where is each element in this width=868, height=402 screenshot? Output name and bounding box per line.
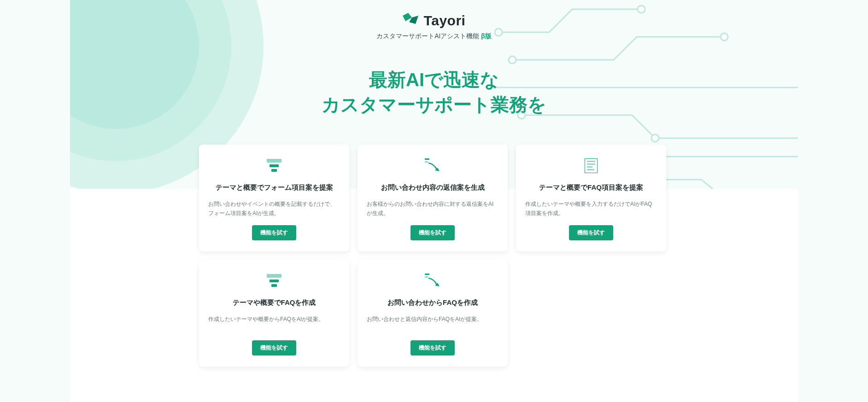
card-desc: お問い合わせと返信内容からFAQをAIが提案。	[367, 315, 499, 334]
try-feature-button[interactable]: 機能を試す	[252, 340, 296, 355]
card-title: テーマと概要でフォーム項目案を提案	[216, 183, 333, 192]
svg-rect-13	[267, 159, 282, 163]
feature-cards: テーマと概要でフォーム項目案を提案 お問い合わせやイベントの概要を記載するだけで…	[199, 145, 669, 367]
brand-logo-icon	[403, 13, 419, 29]
svg-rect-19	[585, 158, 598, 173]
page-headline: 最新AIで迅速な カスタマーサポート業務を	[70, 67, 798, 117]
svg-rect-17	[425, 161, 428, 163]
feature-card-faq-from-inquiry: お問い合わせからFAQを作成 お問い合わせと返信内容からFAQをAIが提案。 機…	[358, 260, 508, 367]
svg-rect-21	[587, 163, 595, 165]
svg-rect-25	[270, 280, 279, 282]
reply-arrow-icon	[425, 272, 440, 290]
try-feature-button[interactable]: 機能を試す	[569, 225, 613, 240]
feature-card-form-items: テーマと概要でフォーム項目案を提案 お問い合わせやイベントの概要を記載するだけで…	[199, 145, 349, 251]
form-icon	[267, 157, 282, 175]
reply-arrow-icon	[425, 157, 440, 175]
card-desc: 作成したいテーマや概要を入力するだけでAIがFAQ項目案を作成。	[525, 199, 657, 219]
svg-rect-14	[270, 164, 279, 167]
svg-rect-23	[587, 169, 594, 170]
svg-rect-28	[425, 276, 428, 278]
brand-tagline: カスタマーサポートAIアシスト機能 β版	[376, 32, 492, 41]
card-desc: 作成したいテーマや概要からFAQをAIが提案。	[208, 315, 340, 334]
svg-rect-22	[587, 166, 592, 168]
svg-rect-20	[587, 161, 595, 162]
card-desc: お客様からのお問い合わせ内容に対する返信案をAIが生成。	[367, 199, 499, 219]
feature-card-faq-from-theme: テーマや概要でFAQを作成 作成したいテーマや概要からFAQをAIが提案。 機能…	[199, 260, 349, 367]
beta-badge: β版	[481, 32, 492, 40]
try-feature-button[interactable]: 機能を試す	[411, 340, 455, 355]
svg-rect-24	[267, 274, 282, 278]
feature-card-reply-draft: お問い合わせ内容の返信案を生成 お客様からのお問い合わせ内容に対する返信案をAI…	[358, 145, 508, 251]
card-title: テーマと概要でFAQ項目案を提案	[539, 183, 643, 192]
try-feature-button[interactable]: 機能を試す	[411, 225, 455, 240]
feature-card-faq-items: テーマと概要でFAQ項目案を提案 作成したいテーマや概要を入力するだけでAIがF…	[516, 145, 666, 251]
card-title: お問い合わせからFAQを作成	[387, 298, 478, 307]
try-feature-button[interactable]: 機能を試す	[252, 225, 296, 240]
card-desc: お問い合わせやイベントの概要を記載するだけで、フォーム項目案をAIが生成。	[208, 199, 340, 219]
card-title: お問い合わせ内容の返信案を生成	[381, 183, 485, 192]
headline-line2: カスタマーサポート業務を	[322, 94, 546, 115]
svg-rect-26	[271, 284, 277, 287]
headline-line1: 最新AIで迅速な	[369, 70, 499, 90]
svg-rect-27	[425, 274, 429, 275]
faq-doc-icon	[585, 157, 598, 175]
svg-rect-15	[271, 169, 277, 172]
tagline-text: カスタマーサポートAIアシスト機能	[376, 32, 479, 40]
brand-name: Tayori	[424, 13, 466, 29]
card-title: テーマや概要でFAQを作成	[233, 298, 316, 307]
form-icon	[267, 272, 282, 290]
svg-rect-16	[425, 158, 429, 160]
